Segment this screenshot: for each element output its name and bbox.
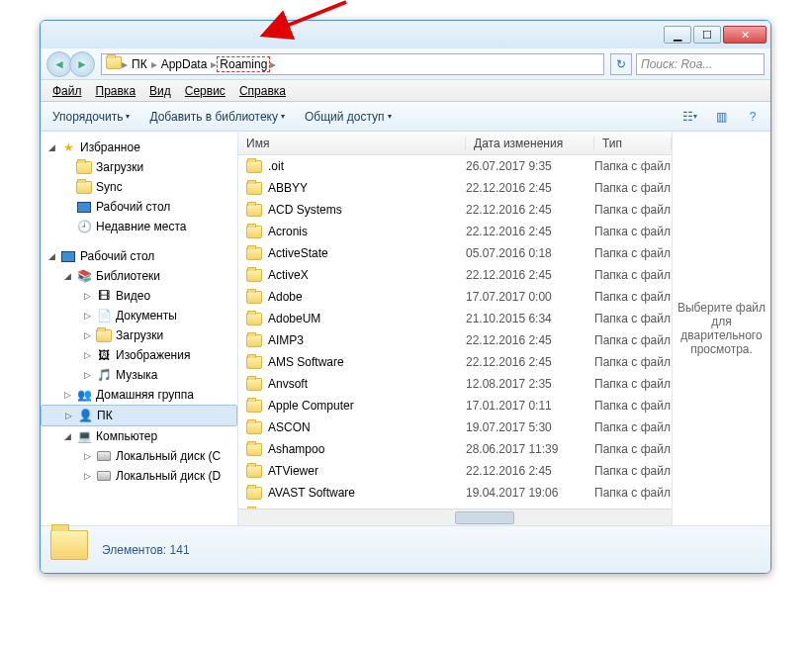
menu-tools[interactable]: Сервис xyxy=(179,82,231,100)
table-row[interactable]: Acronis22.12.2016 2:45Папка с файл xyxy=(238,221,672,242)
menu-view[interactable]: Вид xyxy=(143,82,177,100)
folder-icon xyxy=(246,356,262,369)
tree-homegroup[interactable]: ▷👥Домашняя группа xyxy=(41,385,237,405)
folder-icon xyxy=(246,247,262,260)
table-row[interactable]: ActiveX22.12.2016 2:45Папка с файл xyxy=(238,264,672,286)
tree-drive-c[interactable]: ▷Локальный диск (C xyxy=(41,446,237,466)
menu-file[interactable]: Файл xyxy=(46,82,88,100)
recent-icon: 🕘 xyxy=(76,219,92,234)
crumb-appdata[interactable]: AppData xyxy=(157,57,212,71)
tree-sync[interactable]: Sync xyxy=(41,177,237,197)
user-icon: 👤 xyxy=(77,408,93,423)
table-row[interactable]: AMS Software22.12.2016 2:45Папка с файл xyxy=(238,351,672,373)
folder-icon xyxy=(246,400,262,413)
tree-music[interactable]: ▷🎵Музыка xyxy=(41,365,237,385)
menu-edit[interactable]: Правка xyxy=(90,82,142,100)
folder-icon xyxy=(246,487,262,500)
forward-button[interactable]: ► xyxy=(69,51,95,77)
search-input[interactable]: Поиск: Roa... xyxy=(636,53,765,75)
refresh-button[interactable]: ↻ xyxy=(610,53,632,75)
tree-desktop-fav[interactable]: Рабочий стол xyxy=(41,197,237,217)
tree-pk[interactable]: ▷👤ПК xyxy=(41,405,237,426)
minimize-button[interactable]: ▁ xyxy=(664,26,691,44)
menu-help[interactable]: Справка xyxy=(233,82,292,100)
menubar: Файл Правка Вид Сервис Справка xyxy=(41,80,770,102)
table-row[interactable]: AIMP322.12.2016 2:45Папка с файл xyxy=(238,329,672,351)
col-date[interactable]: Дата изменения xyxy=(466,137,594,150)
address-bar[interactable]: ▸ ПК ▸ AppData ▸ Roaming ▸ xyxy=(101,53,604,75)
table-row[interactable]: Ashampoo28.06.2017 11:39Папка с файл xyxy=(238,438,672,460)
crumb-roaming[interactable]: Roaming xyxy=(217,56,270,72)
table-row[interactable]: AdobeUM21.10.2015 6:34Папка с файл xyxy=(238,308,672,329)
maximize-button[interactable]: ☐ xyxy=(693,26,721,44)
sidebar: ◢★Избранное Загрузки Sync Рабочий стол 🕘… xyxy=(41,132,238,525)
toolbar: Упорядочить ▾ Добавить в библиотеку ▾ Об… xyxy=(41,102,770,132)
table-row[interactable]: ACD Systems22.12.2016 2:45Папка с файл xyxy=(238,199,672,221)
folder-icon xyxy=(50,530,90,570)
tree-desktop[interactable]: ◢Рабочий стол xyxy=(41,246,237,266)
folder-icon xyxy=(246,160,262,173)
titlebar[interactable]: ▁ ☐ ✕ xyxy=(41,21,770,48)
folder-icon xyxy=(246,465,262,478)
preview-pane: Выберите файл для дварительного просмотр… xyxy=(672,132,770,525)
close-button[interactable]: ✕ xyxy=(723,26,767,44)
table-row[interactable]: ActiveState05.07.2016 0:18Папка с файл xyxy=(238,242,672,264)
add-library-button[interactable]: Добавить в библиотеку ▾ xyxy=(143,107,291,127)
tree-drive-d[interactable]: ▷Локальный диск (D xyxy=(41,466,237,486)
folder-icon xyxy=(246,291,262,304)
table-row[interactable]: ASCON19.07.2017 5:30Папка с файл xyxy=(238,416,672,438)
tree-downloads2[interactable]: ▷Загрузки xyxy=(41,325,237,345)
video-icon: 🎞 xyxy=(96,288,112,304)
table-row[interactable]: Apple Computer17.01.2017 0:11Папка с фай… xyxy=(238,395,672,416)
horizontal-scrollbar[interactable] xyxy=(238,508,672,525)
folder-icon xyxy=(246,378,262,391)
tree-recent[interactable]: 🕘Недавние места xyxy=(41,217,237,236)
view-mode-button[interactable]: ☷ ▾ xyxy=(677,106,701,128)
tree-downloads[interactable]: Загрузки xyxy=(41,157,237,177)
col-type[interactable]: Тип xyxy=(594,137,672,150)
table-row[interactable]: Adobe17.07.2017 0:00Папка с файл xyxy=(238,286,672,308)
navbar: ◄ ► ▸ ПК ▸ AppData ▸ Roaming ▸ ↻ Поиск: … xyxy=(41,48,770,80)
status-bar: Элементов: 141 xyxy=(41,525,770,573)
tree-pictures[interactable]: ▷🖼Изображения xyxy=(41,345,237,365)
tree-favorites[interactable]: ◢★Избранное xyxy=(41,138,237,157)
libraries-icon: 📚 xyxy=(76,268,92,284)
table-row[interactable]: AVAST Software19.04.2017 19:06Папка с фа… xyxy=(238,482,672,504)
file-list: Имя Дата изменения Тип .oit26.07.2017 9:… xyxy=(238,132,672,525)
tree-libraries[interactable]: ◢📚Библиотеки xyxy=(41,266,237,286)
help-icon[interactable]: ? xyxy=(741,106,765,128)
documents-icon: 📄 xyxy=(96,308,112,324)
homegroup-icon: 👥 xyxy=(76,387,92,403)
table-row[interactable]: ABBYY22.12.2016 2:45Папка с файл xyxy=(238,177,672,199)
pictures-icon: 🖼 xyxy=(96,347,112,363)
star-icon: ★ xyxy=(60,139,76,155)
share-button[interactable]: Общий доступ ▾ xyxy=(299,107,398,127)
explorer-window: ▁ ☐ ✕ ◄ ► ▸ ПК ▸ AppData ▸ Roaming ▸ ↻ П… xyxy=(40,20,771,574)
organize-button[interactable]: Упорядочить ▾ xyxy=(46,107,135,127)
folder-icon xyxy=(246,443,262,456)
folder-icon xyxy=(246,334,262,347)
tree-documents[interactable]: ▷📄Документы xyxy=(41,306,237,325)
table-row[interactable]: .oit26.07.2017 9:35Папка с файл xyxy=(238,155,672,177)
music-icon: 🎵 xyxy=(96,367,112,383)
preview-pane-button[interactable]: ▥ xyxy=(709,106,733,128)
tree-computer[interactable]: ◢💻Компьютер xyxy=(41,426,237,446)
table-row[interactable]: Anvsoft12.08.2017 2:35Папка с файл xyxy=(238,373,672,395)
column-headers: Имя Дата изменения Тип xyxy=(238,132,672,155)
tree-video[interactable]: ▷🎞Видео xyxy=(41,286,237,306)
crumb-pk[interactable]: ПК xyxy=(128,57,151,71)
folder-icon xyxy=(246,508,262,509)
col-name[interactable]: Имя xyxy=(238,137,466,150)
folder-icon xyxy=(246,313,262,325)
computer-icon: 💻 xyxy=(76,428,92,444)
folder-icon xyxy=(246,182,262,195)
folder-icon xyxy=(246,204,262,217)
table-row[interactable]: ATViewer22.12.2016 2:45Папка с файл xyxy=(238,460,672,482)
folder-icon xyxy=(246,269,262,282)
folder-icon xyxy=(246,421,262,434)
folder-icon xyxy=(246,226,262,238)
